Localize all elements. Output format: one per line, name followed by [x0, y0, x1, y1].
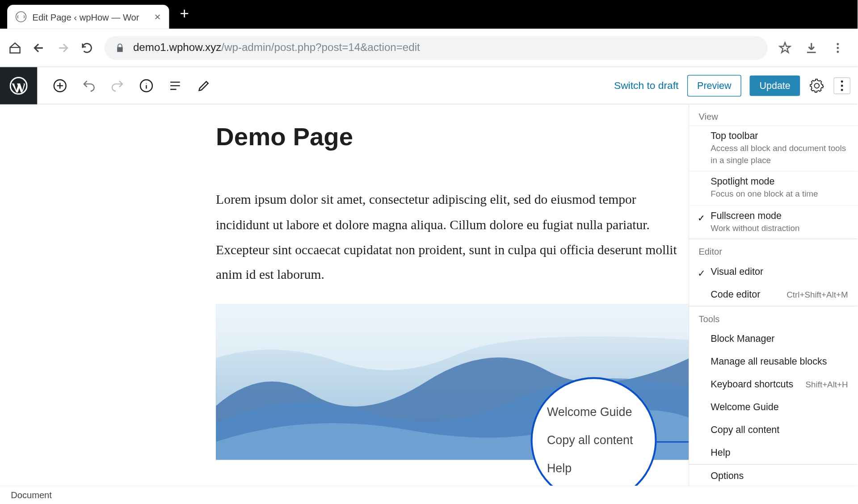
menu-keyboard-shortcuts[interactable]: Keyboard shortcuts Shift+Alt+H — [689, 373, 858, 396]
menu-fullscreen[interactable]: ✓ Fullscreen mode Work without distracti… — [689, 205, 858, 239]
status-bar: Document — [0, 486, 858, 504]
keyboard-shortcut-key: Shift+Alt+H — [806, 380, 848, 389]
wp-editor-toolbar: Switch to draft Preview Update — [0, 67, 858, 104]
code-editor-shortcut: Ctrl+Shift+Alt+M — [786, 290, 848, 299]
page-body-text[interactable]: Lorem ipsum dolor sit amet, consectetur … — [216, 187, 690, 287]
menu-welcome-guide[interactable]: Welcome Guide — [689, 396, 858, 419]
browser-nav-bar: demo1.wphow.xyz/wp-admin/post.php?post=1… — [0, 29, 858, 67]
menu-spotlight[interactable]: Spotlight mode Focus on one block at a t… — [689, 171, 858, 205]
menu-code-editor-label: Code editor — [711, 289, 760, 300]
browser-tab-bar: Edit Page ‹ wpHow — Wor × + — [0, 0, 858, 29]
svg-point-8 — [841, 88, 843, 91]
magnifier-highlight: Welcome Guide Copy all content Help — [531, 377, 657, 503]
svg-point-0 — [837, 43, 839, 45]
section-view-label: View — [689, 105, 858, 126]
add-block-button[interactable] — [51, 77, 68, 94]
menu-visual-editor-label: Visual editor — [711, 266, 763, 277]
status-document-label: Document — [11, 490, 52, 500]
wp-toolbar-left — [37, 77, 212, 94]
menu-copy-all-content[interactable]: Copy all content — [689, 419, 858, 441]
info-button[interactable] — [138, 77, 155, 94]
redo-button[interactable] — [109, 77, 126, 94]
magnifier-copy-all: Copy all content — [547, 433, 655, 447]
url-path: /wp-admin/post.php?post=14&action=edit — [221, 42, 420, 54]
preview-button[interactable]: Preview — [687, 75, 741, 96]
menu-visual-editor[interactable]: ✓ Visual editor — [689, 260, 858, 283]
svg-point-1 — [837, 46, 839, 49]
lock-icon — [115, 43, 125, 52]
menu-spotlight-desc: Focus on one block at a time — [711, 189, 848, 200]
globe-icon — [16, 11, 26, 22]
options-menu-panel: View Top toolbar Access all block and do… — [689, 105, 858, 486]
tab-title: Edit Page ‹ wpHow — Wor — [32, 12, 148, 22]
reload-icon[interactable] — [80, 41, 94, 55]
menu-options[interactable]: Options — [689, 465, 858, 488]
section-editor-label: Editor — [689, 239, 858, 260]
menu-top-toolbar-title: Top toolbar — [711, 131, 848, 142]
wp-toolbar-right: Switch to draft Preview Update — [614, 75, 858, 96]
undo-button[interactable] — [80, 77, 97, 94]
editor-body: Demo Page Lorem ipsum dolor sit amet, co… — [0, 105, 858, 486]
menu-fullscreen-desc: Work without distraction — [711, 223, 848, 234]
check-icon: ✓ — [698, 213, 705, 223]
url-text: demo1.wphow.xyz/wp-admin/post.php?post=1… — [133, 42, 420, 54]
check-icon: ✓ — [698, 268, 705, 279]
switch-to-draft-button[interactable]: Switch to draft — [614, 80, 679, 92]
edit-button[interactable] — [195, 77, 212, 94]
url-host: demo1.wphow.xyz — [133, 42, 221, 54]
outline-button[interactable] — [167, 77, 184, 94]
update-button[interactable]: Update — [750, 75, 800, 96]
options-menu-button[interactable] — [833, 77, 850, 94]
close-tab-icon[interactable]: × — [155, 10, 161, 23]
menu-top-toolbar-desc: Access all block and document tools in a… — [711, 143, 848, 166]
magnifier-welcome: Welcome Guide — [547, 405, 655, 419]
section-tools-label: Tools — [689, 307, 858, 328]
svg-point-2 — [837, 50, 839, 53]
magnifier-help: Help — [547, 462, 655, 475]
menu-code-editor[interactable]: Code editor Ctrl+Shift+Alt+M — [689, 283, 858, 306]
browser-menu-icon[interactable] — [831, 41, 845, 55]
forward-icon[interactable] — [56, 41, 70, 55]
wordpress-logo[interactable] — [0, 67, 37, 104]
back-icon[interactable] — [32, 41, 46, 55]
menu-top-toolbar[interactable]: Top toolbar Access all block and documen… — [689, 125, 858, 171]
svg-point-7 — [841, 84, 843, 87]
star-icon[interactable] — [778, 41, 792, 55]
svg-point-6 — [841, 80, 843, 82]
menu-fullscreen-title: Fullscreen mode — [711, 210, 848, 221]
address-bar[interactable]: demo1.wphow.xyz/wp-admin/post.php?post=1… — [105, 36, 768, 60]
menu-help[interactable]: Help — [689, 441, 858, 464]
settings-icon[interactable] — [808, 77, 825, 94]
browser-tab[interactable]: Edit Page ‹ wpHow — Wor × — [7, 5, 169, 29]
menu-block-manager[interactable]: Block Manager — [689, 328, 858, 350]
menu-manage-reusable[interactable]: Manage all reusable blocks — [689, 350, 858, 373]
menu-spotlight-title: Spotlight mode — [711, 176, 848, 187]
new-tab-button[interactable]: + — [180, 4, 189, 23]
home-icon[interactable] — [8, 41, 22, 55]
browser-right-icons — [778, 41, 849, 55]
download-icon[interactable] — [805, 41, 818, 55]
